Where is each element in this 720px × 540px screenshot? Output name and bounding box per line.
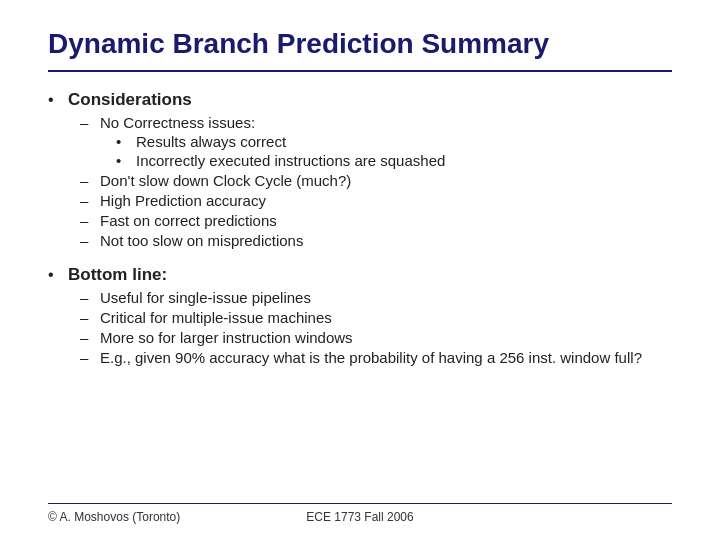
slide: Dynamic Branch Prediction Summary • Cons… <box>0 0 720 540</box>
section-bottom-line: • Bottom line: – Useful for single-issue… <box>48 265 672 366</box>
bullet-1: • <box>48 91 60 109</box>
footer-course: ECE 1773 Fall 2006 <box>208 510 512 524</box>
bottom-line-sub-list: – Useful for single-issue pipelines – Cr… <box>80 289 642 366</box>
section-label-bottom-line: Bottom line: <box>68 265 167 284</box>
sub-item-eg-accuracy: – E.g., given 90% accuracy what is the p… <box>80 349 642 366</box>
sub-item-correctness: – No Correctness issues: • Results alway… <box>80 114 445 169</box>
slide-content: • Considerations – No Correctness issues… <box>48 90 672 495</box>
sub-item-correctness-text: No Correctness issues: <box>100 114 255 131</box>
sub-item-single-issue: – Useful for single-issue pipelines <box>80 289 642 306</box>
sub-item-larger-windows: – More so for larger instruction windows <box>80 329 642 346</box>
sub-item-clock: – Don't slow down Clock Cycle (much?) <box>80 172 445 189</box>
slide-title: Dynamic Branch Prediction Summary <box>48 28 672 72</box>
sub-item-multi-issue: – Critical for multiple-issue machines <box>80 309 642 326</box>
footer-copyright: © A. Moshovos (Toronto) <box>48 510 208 524</box>
sub-sub-item-results-correct: • Results always correct <box>116 133 445 150</box>
sub-item-fast: – Fast on correct predictions <box>80 212 445 229</box>
sub-item-mispredict: – Not too slow on mispredictions <box>80 232 445 249</box>
section-label-considerations: Considerations <box>68 90 192 109</box>
sub-item-accuracy: – High Prediction accuracy <box>80 192 445 209</box>
sub-sub-item-squashed: • Incorrectly executed instructions are … <box>116 152 445 169</box>
footer: © A. Moshovos (Toronto) ECE 1773 Fall 20… <box>48 503 672 524</box>
bullet-2: • <box>48 266 60 284</box>
considerations-sub-list: – No Correctness issues: • Results alway… <box>80 114 445 249</box>
sub-sub-list-correctness: • Results always correct • Incorrectly e… <box>116 133 445 169</box>
section-considerations: • Considerations – No Correctness issues… <box>48 90 672 249</box>
